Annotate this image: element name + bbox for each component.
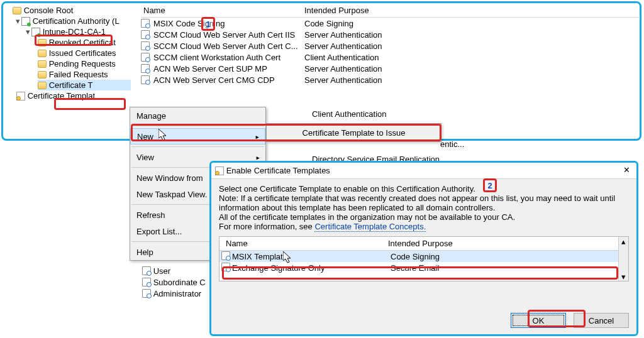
cert-icon	[141, 75, 150, 84]
col-name[interactable]: Name	[141, 6, 304, 15]
list-item[interactable]: Administrator	[142, 288, 206, 299]
cell-purpose: Client Authentication	[304, 53, 468, 62]
template-row[interactable]: MSIX TemplateCode Signing	[219, 251, 628, 262]
tree-node-failed[interactable]: Failed Requests	[38, 69, 131, 80]
cert-icon	[141, 41, 150, 50]
folder-icon	[38, 71, 47, 79]
menu-label: Export List...	[136, 227, 182, 236]
list-row[interactable]: SCCM Cloud Web Server Auth Cert IISServe…	[141, 29, 640, 40]
msg-line: information about this template has been…	[219, 203, 629, 212]
scroll-down-icon[interactable]: ▾	[619, 272, 628, 281]
msg-line: Note: If a certificate template that was…	[219, 194, 629, 203]
msg-text: For more information, see	[219, 222, 313, 231]
cell: User	[153, 266, 170, 276]
tree-node-root[interactable]: Console Root	[5, 5, 131, 16]
close-icon[interactable]: ✕	[621, 165, 631, 175]
scroll-up-icon[interactable]: ▴	[619, 237, 628, 246]
cert-icon	[142, 266, 151, 275]
cell-name: MSIX Code Signing	[151, 19, 304, 28]
col-purpose[interactable]: Intended Purpose	[304, 6, 462, 15]
menu-label: New Taskpad View.	[136, 190, 207, 199]
folder-icon	[38, 50, 47, 57]
tree-label-root: Console Root	[24, 6, 74, 15]
dialog-title: Enable Certificate Templates	[226, 166, 330, 175]
template-name: MSIX Template	[232, 252, 391, 261]
cell-name: SCCM Cloud Web Server Auth Cert IIS	[151, 30, 304, 40]
folder-icon	[38, 60, 47, 68]
tree-label: Failed Requests	[49, 70, 108, 79]
tree-label: Certificate Templat	[28, 91, 95, 101]
scrollbar[interactable]: ▴ ▾	[618, 237, 628, 281]
cert-icon	[141, 64, 150, 73]
chevron-right-icon: ▸	[255, 132, 260, 141]
tree-node-issued[interactable]: Issued Certificates	[38, 48, 131, 58]
cell-purpose: Server Authentication	[304, 41, 468, 51]
template-name: Exchange Signature Only	[232, 263, 391, 273]
cell-name: ACN Web Server Cert CMG CDP	[151, 75, 304, 85]
cell-name: SCCM Cloud Web Server Auth Cert C...	[151, 41, 304, 51]
list-item[interactable]: User	[142, 265, 206, 276]
cell-name: SCCM client Workstation Auth Cert	[151, 53, 304, 62]
col-name[interactable]: Name	[219, 239, 388, 248]
menu-manage[interactable]: Manage	[130, 107, 265, 124]
tree-node-cert-templates[interactable]: Certificate Templat	[16, 90, 131, 101]
template-row[interactable]: Exchange Signature OnlySecure Email	[219, 262, 628, 273]
col-purpose[interactable]: Intended Purpose	[388, 239, 514, 248]
list-row[interactable]: ACN Web Server Cert SUP MPServer Authent…	[141, 63, 640, 74]
list-row[interactable]: MSIX Code SigningCode Signing	[141, 18, 640, 29]
list-item[interactable]: Subordinate C	[142, 276, 206, 288]
ok-button[interactable]: OK	[511, 313, 566, 328]
list-row[interactable]: SCCM Cloud Web Server Auth Cert C...Serv…	[141, 40, 640, 52]
list-header: Name Intended Purpose	[141, 4, 640, 18]
cert-icon	[221, 263, 230, 271]
tree-node-pending[interactable]: Pending Requests	[38, 58, 131, 69]
menu-label: New Window from	[136, 173, 203, 183]
cell-purpose: Code Signing	[304, 19, 468, 28]
list-row[interactable]: ACN Web Server Cert CMG CDPServer Authen…	[141, 74, 640, 85]
extra-list: User Subordinate C Administrator	[142, 265, 206, 299]
ca-icon	[21, 17, 30, 26]
menu-separator	[131, 126, 264, 126]
tree-label: Pending Requests	[49, 59, 116, 68]
menu-label: Help	[136, 248, 153, 257]
cert-icon	[141, 30, 150, 39]
template-list: Name Intended Purpose MSIX TemplateCode …	[219, 236, 629, 281]
folder-icon	[38, 82, 47, 89]
menu-label: Manage	[136, 111, 166, 121]
cert-icon	[142, 278, 151, 286]
cell-name: ACN Web Server Cert SUP MP	[151, 64, 304, 74]
cell-purpose: Server Authentication	[304, 64, 468, 74]
certificate-list: Name Intended Purpose MSIX Code SigningC…	[141, 4, 640, 85]
msg-line: For more information, see Certificate Te…	[219, 222, 629, 231]
tree-node-revoked[interactable]: Revoked Certificat	[38, 37, 131, 48]
cancel-button[interactable]: Cancel	[574, 313, 629, 328]
cert-icon	[142, 289, 151, 298]
cert-template-icon	[16, 92, 25, 101]
tree-node-templates[interactable]: Certificate T	[38, 80, 131, 90]
cell-purpose: Server Authentication	[304, 30, 468, 40]
dialog-message: Select one Certificate Template to enabl…	[219, 184, 629, 231]
concepts-link[interactable]: Certificate Template Concepts.	[314, 222, 426, 232]
folder-icon	[38, 39, 47, 46]
collapse-icon[interactable]: ▾	[14, 16, 21, 26]
msg-line: All of the certificate templates in the …	[219, 212, 629, 222]
server-icon	[31, 28, 40, 36]
msg-line: Select one Certificate Template to enabl…	[219, 184, 629, 194]
cert-icon	[141, 19, 150, 28]
menu-label: View	[136, 153, 154, 162]
list-row[interactable]: SCCM client Workstation Auth CertClient …	[141, 52, 640, 63]
menu-new[interactable]: New▸	[130, 128, 265, 144]
annotation-badge-1: 1	[201, 17, 215, 31]
menu-label: Refresh	[136, 210, 165, 220]
list-row[interactable]: entic...	[440, 138, 464, 150]
submenu-label: Certificate Template to Issue	[303, 128, 406, 138]
cell-purpose: entic...	[440, 139, 464, 149]
tree-node-server[interactable]: ▾ Intune-DC1-CA-1	[24, 26, 131, 37]
cell: Subordinate C	[153, 278, 206, 287]
submenu-issue[interactable]: Certificate Template to Issue	[266, 123, 441, 142]
template-purpose: Code Signing	[391, 252, 516, 261]
tree-node-ca[interactable]: ▾ Certification Authority (L	[14, 16, 131, 26]
tree-label-ca: Certification Authority (L	[33, 16, 119, 26]
menu-label: New	[137, 132, 153, 141]
collapse-icon[interactable]: ▾	[24, 27, 31, 36]
